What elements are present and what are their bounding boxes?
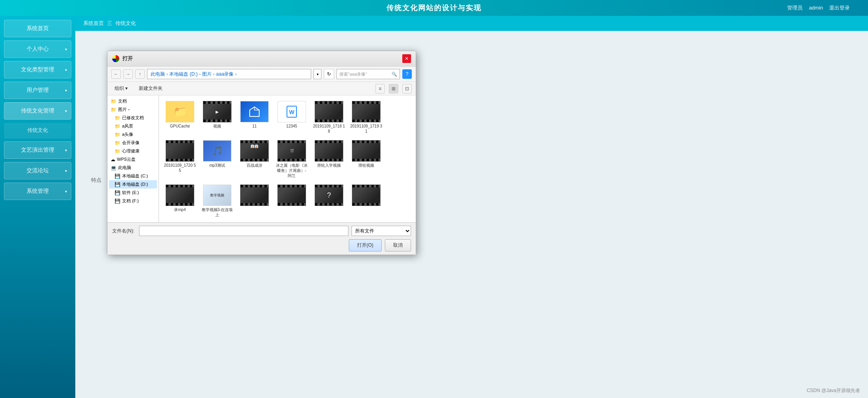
file-thumb-20191109-1719 [352, 101, 380, 122]
view-list-button[interactable]: ≡ [375, 84, 385, 93]
file-name-huati-study: 滑轮入学视频 [317, 163, 341, 168]
breadcrumb-home[interactable]: 系统首页 [83, 20, 104, 27]
folder-item-disk-f[interactable]: 💾 文档 (F:) [109, 197, 157, 205]
nav-forward-button[interactable]: → [123, 69, 133, 79]
file-item-strip1[interactable] [237, 182, 272, 220]
view-large-button[interactable]: ⊡ [402, 84, 412, 93]
file-item-strip2[interactable] [274, 182, 310, 220]
file-item-anime1[interactable] [199, 221, 235, 222]
file-item-teaching-video[interactable]: 教学视频 教学视频3-在连项上 [199, 182, 235, 220]
file-thumb-strip1 [240, 185, 269, 206]
file-thumb-bingzhi: 🎬 [277, 140, 306, 162]
addr-part1[interactable]: 此电脑 [151, 71, 165, 78]
watermark: CSDN @Java开源领先者 [807, 387, 860, 394]
file-item-video[interactable]: ▶ 视频 [199, 99, 235, 136]
file-item-anime2[interactable] [237, 221, 272, 222]
folder-item-disk-c[interactable]: 💾 本地磁盘 (C:) [109, 172, 157, 180]
file-item-purple[interactable]: ? [311, 182, 347, 220]
folder-item-disk-e[interactable]: 💾 软件 (E:) [109, 189, 157, 197]
search-icon[interactable]: 🔍 [392, 72, 397, 77]
folder-item-wps[interactable]: ☁ WPS云盘 [109, 155, 157, 164]
organize-button[interactable]: 组织 ▾ [111, 84, 131, 93]
addr-part2[interactable]: 本地磁盘 (D:) [169, 71, 197, 78]
file-item-20191109-1718[interactable]: 20191109_1718 18 [311, 99, 347, 136]
file-item-bingzhi[interactable]: 🎬 冰之翼（电影《冰蝶鱼）片尾曲）- 阿兰 [274, 138, 310, 181]
sidebar-item-forum[interactable]: 交流论坛 ▾ [4, 162, 71, 179]
new-folder-button[interactable]: 新建文件夹 [135, 84, 166, 93]
file-item-huati-video[interactable]: 滑轮视频 [348, 138, 384, 181]
folder-item-disk-d[interactable]: 💾 本地磁盘 (D:) [109, 180, 157, 189]
folder-item-modified-docs[interactable]: 📁 已修改文档 [109, 114, 157, 122]
nav-back-button[interactable]: ← [111, 69, 121, 79]
address-dropdown[interactable]: ▾ [314, 69, 321, 79]
chevron-down-icon: ▾ [65, 68, 67, 72]
file-name-gpucache: GPUCache [170, 124, 190, 129]
search-box[interactable]: 搜索"aaa录像" 🔍 [336, 69, 400, 79]
breadcrumb: 系统首页 三 传统文化 [75, 16, 868, 31]
dialog-nav-toolbar: ← → ↑ 此电脑 › 本地磁盘 (D:) › 图片 › aaa录像 › ▾ ↻ [107, 67, 416, 82]
file-name-mp3: mp3测试 [209, 163, 225, 168]
file-thumb-mp3: 🎵 [203, 140, 231, 162]
sidebar-item-sys-mgmt[interactable]: 系统管理 ▾ [4, 183, 71, 200]
address-bar[interactable]: 此电脑 › 本地磁盘 (D:) › 图片 › aaa录像 › [147, 69, 311, 79]
file-name-teaching-video: 教学视频3-在连项上 [201, 207, 233, 217]
chevron-down-icon: ▾ [65, 148, 67, 152]
file-name-record-mp4: 录mp4 [174, 207, 185, 212]
file-item-strip4[interactable] [162, 221, 198, 222]
refresh-button[interactable]: ↻ [324, 69, 334, 79]
file-item-gpucache[interactable]: 📁 GPUCache [162, 99, 198, 136]
sidebar-item-trad-culture[interactable]: 传统文化 [4, 123, 71, 138]
file-item-20191109-1719[interactable]: 20191109_1719 31 [348, 99, 384, 136]
file-item-strip3[interactable] [348, 182, 384, 220]
folder-item-landscape[interactable]: 📁 a风景 [109, 122, 157, 130]
addr-part4[interactable]: aaa录像 [216, 71, 233, 78]
dialog-close-button[interactable]: ✕ [402, 54, 411, 63]
filetype-select[interactable]: 所有文件 [352, 226, 411, 236]
file-name-11: 11 [252, 124, 256, 129]
file-item-baizhan[interactable]: 👔👔 百战成涉 [237, 138, 272, 181]
filename-input[interactable] [139, 226, 348, 236]
chevron-down-icon: ▾ [65, 109, 67, 113]
sidebar-item-user-mgmt[interactable]: 用户管理 ▾ [4, 82, 71, 99]
logout-link[interactable]: 退出登录 [829, 5, 850, 11]
folder-item-health[interactable]: 📁 心理健康 [109, 147, 157, 155]
chevron-down-icon: ▾ [65, 189, 67, 194]
content-area: 系统首页 三 传统文化 打开 ✕ ← → ↑ [75, 16, 868, 398]
file-item-huati-study[interactable]: 滑轮入学视频 [311, 138, 347, 181]
file-name-20191109-1718: 20191109_1718 18 [313, 124, 345, 134]
folder-item-pictures[interactable]: 📁 图片 ▸ [109, 105, 157, 114]
sidebar-item-home[interactable]: 系统首页 [4, 20, 71, 37]
dialog-cancel-button[interactable]: 取消 [385, 239, 411, 251]
file-thumb-video: ▶ [203, 101, 231, 122]
file-item-mp3[interactable]: 🎵 mp3测试 [199, 138, 235, 181]
addr-part3[interactable]: 图片 [202, 71, 212, 78]
sidebar-item-personal[interactable]: 个人中心 ▾ [4, 40, 71, 58]
sidebar-item-trad-culture-mgmt[interactable]: 传统文化管理 ▾ [4, 102, 71, 120]
search-placeholder: 搜索"aaa录像" [339, 71, 367, 77]
sidebar-item-art-perf[interactable]: 文艺演出管理 ▾ [4, 141, 71, 159]
top-header: 传统文化网站的设计与实现 管理员 admin 退出登录 [0, 0, 868, 16]
folder-item-meeting[interactable]: 📁 会开录像 [109, 139, 157, 147]
folder-item-avatar[interactable]: 📁 a头像 [109, 130, 157, 139]
help-button[interactable]: ? [402, 69, 412, 79]
trad-culture-submenu: 传统文化 [4, 123, 71, 138]
view-grid-button[interactable]: ⊞ [389, 84, 398, 93]
nav-up-button[interactable]: ↑ [135, 69, 145, 79]
file-item-11[interactable]: 11 [237, 99, 272, 136]
breadcrumb-sep: 三 [107, 20, 112, 27]
file-item-20191109-1720[interactable]: 20191109_1720 55 [162, 138, 198, 181]
filename-row: 文件名(N): 所有文件 [112, 226, 411, 236]
site-title: 传统文化网站的设计与实现 [386, 3, 482, 13]
file-item-record-mp4[interactable]: 录mp4 [162, 182, 198, 220]
admin-area: 管理员 admin 退出登录 [785, 4, 852, 11]
folder-item-doc[interactable]: 📁 文档 [109, 97, 157, 105]
svg-text:W: W [289, 109, 294, 115]
dialog-bottom: 文件名(N): 所有文件 打开(O) 取消 [107, 222, 416, 255]
file-thumb-20191109-1718 [315, 101, 343, 122]
sidebar-item-culture-type[interactable]: 文化类型管理 ▾ [4, 61, 71, 78]
file-thumb-20191109-1720 [166, 140, 194, 162]
dialog-action-row: 打开(O) 取消 [112, 239, 411, 251]
file-item-12345[interactable]: W 12345 [274, 99, 310, 136]
dialog-open-button[interactable]: 打开(O) [349, 239, 382, 251]
folder-item-this-pc[interactable]: 💻 此电脑 [109, 164, 157, 172]
